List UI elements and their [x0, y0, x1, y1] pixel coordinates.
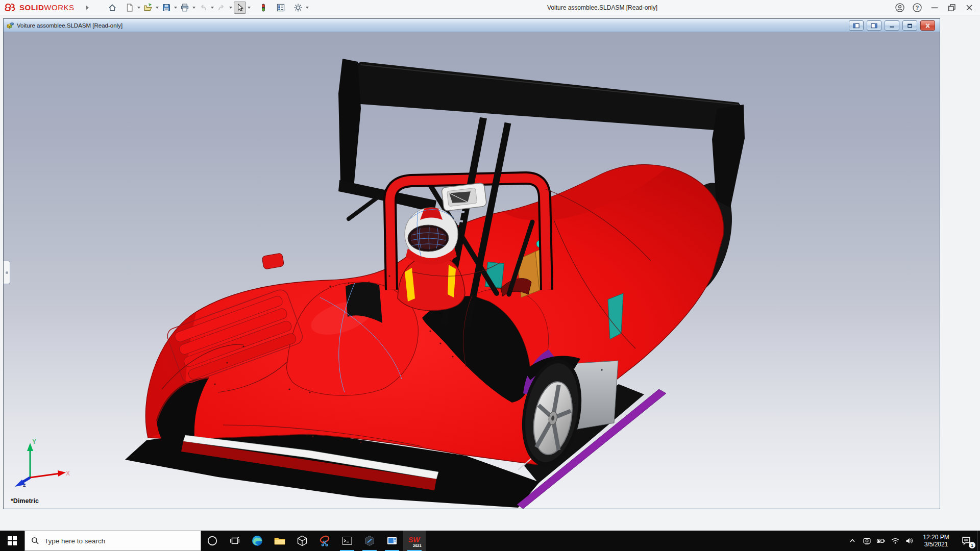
select-tool-dropdown[interactable] — [246, 2, 252, 14]
print-dropdown[interactable] — [191, 2, 197, 14]
snipping-tool-button[interactable] — [313, 531, 336, 551]
app-title: Voiture assomblee.SLDASM [Read-only] — [547, 0, 657, 15]
file-explorer-button[interactable] — [268, 531, 291, 551]
redo-button[interactable] — [215, 2, 228, 14]
doc-minimize-icon — [888, 23, 896, 29]
pane-left-toggle-button[interactable] — [849, 20, 864, 31]
search-icon — [31, 537, 39, 545]
window-controls: ? — [891, 0, 978, 15]
task-view-button[interactable] — [224, 531, 246, 551]
orientation-triad: Y X Z — [9, 437, 72, 495]
pane-left-icon — [852, 23, 860, 29]
meet-now-button[interactable] — [860, 531, 874, 551]
save-dropdown[interactable] — [173, 2, 179, 14]
media-app-icon — [386, 535, 398, 547]
restore-icon — [947, 3, 957, 13]
doc-close-button[interactable] — [920, 20, 935, 31]
show-desktop-button[interactable] — [977, 531, 980, 551]
doc-restore-icon — [906, 23, 914, 29]
taskbar-app-icons: SW 2021 — [201, 531, 426, 551]
battery-button[interactable] — [874, 531, 888, 551]
options-dropdown[interactable] — [304, 2, 310, 14]
notification-badge: 1 — [969, 542, 975, 548]
new-document-icon — [125, 3, 134, 12]
open-dropdown[interactable] — [154, 2, 160, 14]
taskbar-search[interactable] — [24, 531, 201, 551]
print-button[interactable] — [179, 2, 191, 14]
windows-logo-icon — [8, 536, 17, 545]
edge-button[interactable] — [246, 531, 268, 551]
close-button[interactable] — [961, 1, 978, 15]
screen: SOLIDWORKS — [0, 0, 980, 551]
help-button[interactable]: ? — [909, 1, 926, 15]
volume-button[interactable] — [902, 531, 917, 551]
cortana-button[interactable] — [201, 531, 224, 551]
doc-restore-button[interactable] — [902, 20, 917, 31]
hexagon-app-button[interactable] — [358, 531, 381, 551]
document-window: Voiture assomblee.SLDASM [Read-only] — [3, 18, 940, 509]
display-list-button[interactable] — [275, 2, 287, 14]
restore-button[interactable] — [943, 1, 961, 15]
graphics-viewport[interactable]: Y X Z *Dimetric — [4, 32, 940, 509]
panel-splitter-handle[interactable] — [4, 261, 10, 284]
save-button[interactable] — [160, 2, 173, 14]
new-document-button[interactable] — [124, 2, 136, 14]
solidworks-taskbar-button[interactable]: SW 2021 — [403, 531, 426, 551]
document-window-controls — [846, 20, 935, 31]
volume-icon — [905, 537, 914, 545]
account-button[interactable] — [891, 1, 909, 15]
select-tool-button[interactable] — [234, 2, 246, 14]
taskbar: SW 2021 — [0, 531, 980, 551]
traffic-light-icon — [259, 3, 268, 12]
pane-right-toggle-button[interactable] — [867, 20, 881, 31]
network-button[interactable] — [888, 531, 902, 551]
system-tray: 12:20 PM 3/5/2021 1 — [845, 531, 980, 551]
cortana-icon — [207, 535, 218, 546]
cube-app-icon — [296, 535, 308, 547]
options-button[interactable] — [292, 2, 304, 14]
new-document-dropdown[interactable] — [136, 2, 142, 14]
svg-text:X: X — [66, 470, 70, 477]
taskbar-clock[interactable]: 12:20 PM 3/5/2021 — [917, 534, 955, 548]
solidworks-app-icon: SW 2021 — [407, 534, 422, 548]
document-titlebar[interactable]: Voiture assomblee.SLDASM [Read-only] — [4, 19, 940, 32]
pane-right-icon — [870, 23, 878, 29]
undo-dropdown[interactable] — [209, 2, 215, 14]
help-icon: ? — [912, 3, 922, 13]
undo-button[interactable] — [197, 2, 209, 14]
gear-icon — [293, 3, 303, 12]
camera-icon — [863, 537, 871, 545]
view-orientation-label: *Dimetric — [11, 497, 39, 505]
command-prompt-icon — [341, 535, 353, 547]
print-icon — [180, 3, 189, 12]
selection-toggle-button[interactable] — [257, 2, 270, 14]
open-button[interactable] — [142, 2, 154, 14]
quick-access-toolbar — [106, 2, 310, 14]
home-button[interactable] — [106, 2, 118, 14]
media-app-button[interactable] — [381, 531, 403, 551]
snipping-tool-icon — [318, 535, 331, 547]
task-view-icon — [229, 535, 240, 546]
action-center-button[interactable]: 1 — [955, 531, 977, 551]
edge-icon — [251, 535, 263, 547]
redo-dropdown[interactable] — [228, 2, 234, 14]
minimize-button[interactable] — [926, 1, 943, 15]
select-cursor-icon — [235, 3, 244, 12]
left-mirror — [262, 253, 284, 270]
home-icon — [108, 3, 117, 12]
clock-time: 12:20 PM — [917, 534, 955, 541]
hidden-icons-button[interactable] — [845, 531, 860, 551]
chevron-up-icon — [848, 537, 856, 545]
driver-helmet — [405, 208, 458, 265]
command-prompt-button[interactable] — [336, 531, 358, 551]
car-model — [4, 32, 940, 509]
list-panel-icon — [276, 3, 285, 12]
center-mirror — [442, 183, 487, 211]
3d-viewer-button[interactable] — [291, 531, 313, 551]
doc-minimize-button[interactable] — [885, 20, 899, 31]
start-button[interactable] — [0, 531, 24, 551]
search-input[interactable] — [44, 537, 187, 545]
toolbar-flyout-arrow-icon[interactable] — [86, 5, 89, 10]
svg-text:2021: 2021 — [413, 543, 422, 548]
doc-close-icon — [924, 23, 932, 29]
